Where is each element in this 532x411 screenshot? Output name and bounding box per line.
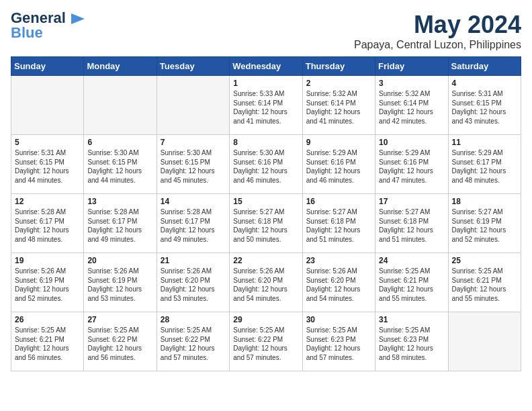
cell-info: Sunrise: 5:30 AMSunset: 6:15 PMDaylight:…	[87, 148, 152, 185]
cell-info: Sunrise: 5:28 AMSunset: 6:17 PMDaylight:…	[87, 208, 152, 244]
day-number: 31	[379, 315, 444, 324]
calendar-week-3: 12Sunrise: 5:28 AMSunset: 6:17 PMDayligh…	[11, 194, 521, 253]
calendar-cell: 17Sunrise: 5:27 AMSunset: 6:18 PMDayligh…	[375, 194, 448, 253]
calendar-cell: 12Sunrise: 5:28 AMSunset: 6:17 PMDayligh…	[11, 194, 84, 253]
day-number: 4	[452, 79, 517, 88]
cell-info: Sunrise: 5:31 AMSunset: 6:15 PMDaylight:…	[452, 89, 517, 126]
calendar-cell	[157, 76, 229, 135]
cell-info: Sunrise: 5:30 AMSunset: 6:15 PMDaylight:…	[161, 148, 226, 185]
calendar-cell: 27Sunrise: 5:25 AMSunset: 6:22 PMDayligh…	[84, 312, 157, 371]
calendar-cell	[11, 76, 84, 135]
cell-info: Sunrise: 5:28 AMSunset: 6:17 PMDaylight:…	[15, 208, 80, 244]
cell-info: Sunrise: 5:31 AMSunset: 6:15 PMDaylight:…	[15, 148, 80, 185]
calendar-cell: 15Sunrise: 5:27 AMSunset: 6:18 PMDayligh…	[230, 194, 302, 253]
day-number: 12	[15, 197, 80, 206]
calendar-cell: 20Sunrise: 5:26 AMSunset: 6:19 PMDayligh…	[84, 253, 157, 312]
cell-info: Sunrise: 5:25 AMSunset: 6:23 PMDaylight:…	[306, 326, 371, 362]
day-number: 3	[379, 79, 444, 88]
calendar-cell: 19Sunrise: 5:26 AMSunset: 6:19 PMDayligh…	[11, 253, 84, 312]
day-number: 27	[87, 315, 152, 324]
calendar-cell: 10Sunrise: 5:29 AMSunset: 6:16 PMDayligh…	[375, 135, 448, 194]
cell-info: Sunrise: 5:29 AMSunset: 6:16 PMDaylight:…	[379, 148, 444, 185]
header-monday: Monday	[84, 57, 157, 76]
logo-text: General	[11, 11, 85, 26]
cell-info: Sunrise: 5:29 AMSunset: 6:17 PMDaylight:…	[452, 148, 517, 185]
calendar-cell: 3Sunrise: 5:32 AMSunset: 6:14 PMDaylight…	[375, 76, 448, 135]
cell-info: Sunrise: 5:26 AMSunset: 6:20 PMDaylight:…	[161, 267, 226, 303]
day-number: 6	[87, 138, 152, 147]
cell-info: Sunrise: 5:33 AMSunset: 6:14 PMDaylight:…	[233, 89, 298, 126]
cell-info: Sunrise: 5:27 AMSunset: 6:19 PMDaylight:…	[452, 208, 517, 244]
calendar-cell	[84, 76, 157, 135]
calendar-table: SundayMondayTuesdayWednesdayThursdayFrid…	[11, 56, 521, 371]
day-number: 13	[87, 197, 152, 206]
day-number: 30	[306, 315, 371, 324]
cell-info: Sunrise: 5:27 AMSunset: 6:18 PMDaylight:…	[379, 208, 444, 244]
calendar-cell: 16Sunrise: 5:27 AMSunset: 6:18 PMDayligh…	[302, 194, 375, 253]
day-number: 7	[161, 138, 226, 147]
calendar-cell: 11Sunrise: 5:29 AMSunset: 6:17 PMDayligh…	[448, 135, 521, 194]
calendar-cell: 6Sunrise: 5:30 AMSunset: 6:15 PMDaylight…	[84, 135, 157, 194]
calendar-cell: 8Sunrise: 5:30 AMSunset: 6:16 PMDaylight…	[230, 135, 302, 194]
calendar-cell: 30Sunrise: 5:25 AMSunset: 6:23 PMDayligh…	[302, 312, 375, 371]
day-number: 1	[233, 79, 298, 88]
day-number: 18	[452, 197, 517, 206]
calendar-cell: 4Sunrise: 5:31 AMSunset: 6:15 PMDaylight…	[448, 76, 521, 135]
calendar-cell	[448, 312, 521, 371]
calendar-cell: 18Sunrise: 5:27 AMSunset: 6:19 PMDayligh…	[448, 194, 521, 253]
day-number: 14	[161, 197, 226, 206]
header-tuesday: Tuesday	[157, 57, 229, 76]
svg-marker-0	[71, 13, 85, 24]
day-number: 22	[233, 256, 298, 265]
calendar-week-5: 26Sunrise: 5:25 AMSunset: 6:21 PMDayligh…	[11, 312, 521, 371]
logo-blue-text: Blue	[11, 26, 43, 40]
calendar-cell: 23Sunrise: 5:26 AMSunset: 6:20 PMDayligh…	[302, 253, 375, 312]
calendar-cell: 25Sunrise: 5:25 AMSunset: 6:21 PMDayligh…	[448, 253, 521, 312]
calendar-cell: 2Sunrise: 5:32 AMSunset: 6:14 PMDaylight…	[302, 76, 375, 135]
calendar-cell: 13Sunrise: 5:28 AMSunset: 6:17 PMDayligh…	[84, 194, 157, 253]
cell-info: Sunrise: 5:25 AMSunset: 6:22 PMDaylight:…	[233, 326, 298, 362]
cell-info: Sunrise: 5:26 AMSunset: 6:20 PMDaylight:…	[233, 267, 298, 303]
day-number: 24	[379, 256, 444, 265]
day-number: 10	[379, 138, 444, 147]
cell-info: Sunrise: 5:25 AMSunset: 6:21 PMDaylight:…	[15, 326, 80, 362]
cell-info: Sunrise: 5:26 AMSunset: 6:19 PMDaylight:…	[87, 267, 152, 303]
cell-info: Sunrise: 5:25 AMSunset: 6:23 PMDaylight:…	[379, 326, 444, 362]
cell-info: Sunrise: 5:32 AMSunset: 6:14 PMDaylight:…	[379, 89, 444, 126]
calendar-cell: 26Sunrise: 5:25 AMSunset: 6:21 PMDayligh…	[11, 312, 84, 371]
calendar-week-2: 5Sunrise: 5:31 AMSunset: 6:15 PMDaylight…	[11, 135, 521, 194]
cell-info: Sunrise: 5:27 AMSunset: 6:18 PMDaylight:…	[233, 208, 298, 244]
day-number: 15	[233, 197, 298, 206]
day-number: 9	[306, 138, 371, 147]
day-number: 2	[306, 79, 371, 88]
day-number: 21	[161, 256, 226, 265]
calendar-cell: 24Sunrise: 5:25 AMSunset: 6:21 PMDayligh…	[375, 253, 448, 312]
day-number: 25	[452, 256, 517, 265]
header-sunday: Sunday	[11, 57, 84, 76]
calendar-week-4: 19Sunrise: 5:26 AMSunset: 6:19 PMDayligh…	[11, 253, 521, 312]
cell-info: Sunrise: 5:27 AMSunset: 6:18 PMDaylight:…	[306, 208, 371, 244]
page-header: General Blue May 2024 Papaya, Central Lu…	[11, 11, 521, 51]
location-title: Papaya, Central Luzon, Philippines	[354, 39, 521, 51]
cell-info: Sunrise: 5:29 AMSunset: 6:16 PMDaylight:…	[306, 148, 371, 185]
cell-info: Sunrise: 5:25 AMSunset: 6:22 PMDaylight:…	[161, 326, 226, 362]
month-title: May 2024	[354, 11, 521, 39]
day-number: 8	[233, 138, 298, 147]
calendar-cell: 28Sunrise: 5:25 AMSunset: 6:22 PMDayligh…	[157, 312, 229, 371]
header-friday: Friday	[375, 57, 448, 76]
day-number: 11	[452, 138, 517, 147]
calendar-header-row: SundayMondayTuesdayWednesdayThursdayFrid…	[11, 57, 521, 76]
day-number: 16	[306, 197, 371, 206]
cell-info: Sunrise: 5:25 AMSunset: 6:22 PMDaylight:…	[87, 326, 152, 362]
cell-info: Sunrise: 5:28 AMSunset: 6:17 PMDaylight:…	[161, 208, 226, 244]
day-number: 23	[306, 256, 371, 265]
day-number: 19	[15, 256, 80, 265]
header-wednesday: Wednesday	[230, 57, 302, 76]
day-number: 28	[161, 315, 226, 324]
logo: General Blue	[11, 11, 85, 40]
header-saturday: Saturday	[448, 57, 521, 76]
calendar-cell: 9Sunrise: 5:29 AMSunset: 6:16 PMDaylight…	[302, 135, 375, 194]
calendar-cell: 14Sunrise: 5:28 AMSunset: 6:17 PMDayligh…	[157, 194, 229, 253]
cell-info: Sunrise: 5:25 AMSunset: 6:21 PMDaylight:…	[379, 267, 444, 303]
day-number: 29	[233, 315, 298, 324]
